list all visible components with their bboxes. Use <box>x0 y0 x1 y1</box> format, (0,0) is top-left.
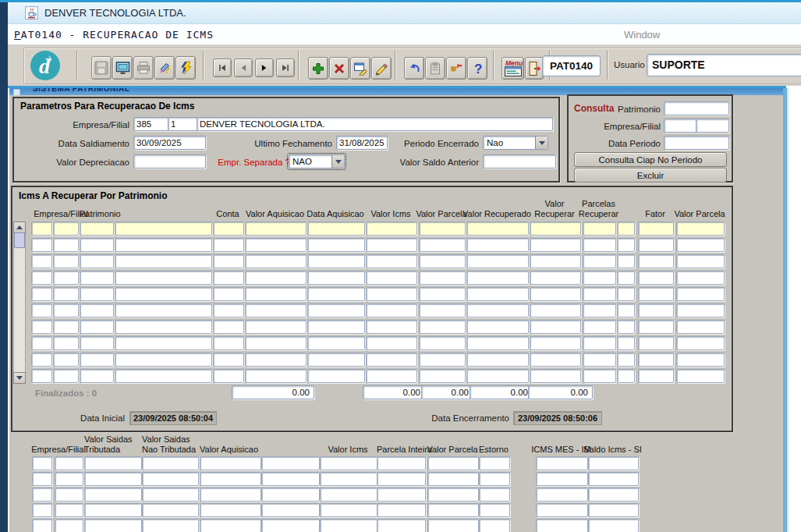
first-record-button[interactable] <box>213 59 232 77</box>
insert-record-button[interactable] <box>308 57 328 80</box>
filial-field[interactable]: 1 <box>168 117 199 131</box>
valor-depreciacao-label: Valor Depreciacao <box>28 158 129 168</box>
exit-button[interactable] <box>525 57 544 80</box>
valor-saldo-anterior-label: Valor Saldo Anterior <box>371 158 479 168</box>
user-field[interactable]: SUPORTE <box>647 54 801 76</box>
menu-window[interactable]: Window <box>624 29 660 41</box>
previous-record-button[interactable] <box>234 59 253 77</box>
scrollbar-thumb[interactable] <box>14 232 25 248</box>
user-label: Usuario <box>614 60 645 70</box>
empr-separada-label: Empr. Separada ? <box>211 158 290 168</box>
inner-window-title: SISTEMA PATRIMONIAL <box>33 88 129 93</box>
application-window: DENVER TECNOLOGIA LTDA. PAT0140 - RECUPE… <box>0 0 801 532</box>
empr-separada-combo[interactable]: NAO <box>289 154 345 168</box>
java-icon <box>25 6 38 20</box>
menu-module[interactable]: PAT0140 - RECUPERACAO DE ICMS <box>14 29 214 41</box>
data-saldiamento-label: Data Saldiamento <box>28 139 129 149</box>
toolbar-divider <box>607 51 608 80</box>
clipboard-button[interactable] <box>425 57 445 80</box>
finalizados-label: Finalizados : 0 <box>35 388 97 398</box>
ultimo-fechamento-label: Ultimo Fechamento <box>215 139 332 149</box>
consulta-empresa-filial-label: Empresa/Filial <box>590 122 661 132</box>
data-encerramento-value: 23/09/2025 08:50:06 <box>513 411 602 425</box>
toolbar-divider <box>203 51 204 80</box>
main-grid-panel: Icms A Recuperar Por Patrimonio <box>11 186 733 432</box>
periodo-encerrado-value: Nao <box>487 137 503 149</box>
consulta-patrimonio-field[interactable] <box>664 101 729 115</box>
valor-saldo-anterior-field[interactable] <box>483 154 556 168</box>
last-record-button[interactable] <box>276 59 295 77</box>
consulta-data-periodo-field[interactable] <box>664 136 729 150</box>
data-saldiamento-field[interactable]: 30/09/2025 <box>133 136 206 150</box>
undo-button[interactable] <box>404 57 424 80</box>
periodo-encerrado-label: Periodo Encerrado <box>371 139 479 149</box>
menu-bar: PAT0140 - RECUPERACAO DE ICMS Window <box>8 24 801 44</box>
toolbar-divider <box>298 51 299 80</box>
data-encerramento-label: Data Encerramento <box>400 413 509 424</box>
data-inicial-label: Data Inicial <box>47 413 125 424</box>
params-panel-title: Parametros Para Recuperacao De Icms <box>20 101 194 112</box>
empresa-filial-label: Empresa/Filial <box>28 120 129 130</box>
data-inicial-value: 23/09/2025 08:50:04 <box>129 411 217 425</box>
window-left-border <box>0 0 8 532</box>
menu-icon-text: Menu <box>505 59 523 67</box>
window-title: DENVER TECNOLOGIA LTDA. <box>44 7 186 19</box>
empresa-field[interactable]: 385 <box>133 117 169 131</box>
scroll-down-button[interactable] <box>13 372 26 384</box>
consulta-patrimonio-label: Patrimonio <box>598 105 661 115</box>
empr-separada-value: NAO <box>292 155 312 168</box>
svg-text:d: d <box>39 54 51 78</box>
save-button[interactable] <box>91 56 112 80</box>
toolbar: d ? <box>8 44 801 86</box>
consulta-filial-field[interactable] <box>696 119 729 133</box>
periodo-encerrado-combo[interactable]: Nao <box>483 136 548 150</box>
scroll-up-button[interactable] <box>13 222 26 233</box>
svg-text:?: ? <box>474 62 482 76</box>
inner-window-icon <box>13 89 20 95</box>
lock-record-button[interactable]: ☛✂ <box>446 57 466 80</box>
excluir-button[interactable]: Excluir <box>574 168 727 183</box>
consulta-panel: Consulta Patrimonio Empresa/Filial Data … <box>567 94 733 183</box>
chevron-down-icon[interactable] <box>331 155 344 168</box>
delete-record-button[interactable] <box>329 57 349 80</box>
module-code-field: PAT0140 <box>542 55 601 76</box>
toolbar-divider <box>493 51 494 80</box>
next-record-button[interactable] <box>255 59 274 77</box>
params-panel: Parametros Para Recuperacao De Icms Empr… <box>12 97 560 183</box>
valor-depreciacao-field[interactable] <box>133 154 206 168</box>
menu-button[interactable]: Menu <box>502 57 524 80</box>
print-button[interactable] <box>133 56 154 80</box>
denver-logo-icon: d <box>30 50 61 81</box>
edit-record-button[interactable] <box>350 57 370 80</box>
toolbar-divider <box>395 51 396 80</box>
title-bar: DENVER TECNOLOGIA LTDA. <box>8 2 801 24</box>
display-button[interactable] <box>112 56 133 80</box>
consulta-ciap-button[interactable]: Consulta Ciap No Periodo <box>574 152 727 167</box>
svg-text:✂: ✂ <box>457 62 463 69</box>
consulta-data-periodo-label: Data Periodo <box>590 139 661 149</box>
consulta-empresa-field[interactable] <box>664 119 697 133</box>
enter-query-button[interactable]: ? <box>154 56 175 80</box>
execute-query-button[interactable] <box>175 56 196 80</box>
clear-record-button[interactable] <box>371 57 392 80</box>
help-button[interactable]: ? <box>467 57 487 80</box>
chevron-down-icon[interactable] <box>535 137 548 149</box>
main-grid-title: Icms A Recuperar Por Patrimonio <box>19 190 168 201</box>
toolbar-divider <box>76 51 78 80</box>
inner-window-right-border-light <box>787 88 789 532</box>
empresa-nome-field[interactable]: DENVER TECNOLOGIA LTDA. <box>197 117 553 131</box>
